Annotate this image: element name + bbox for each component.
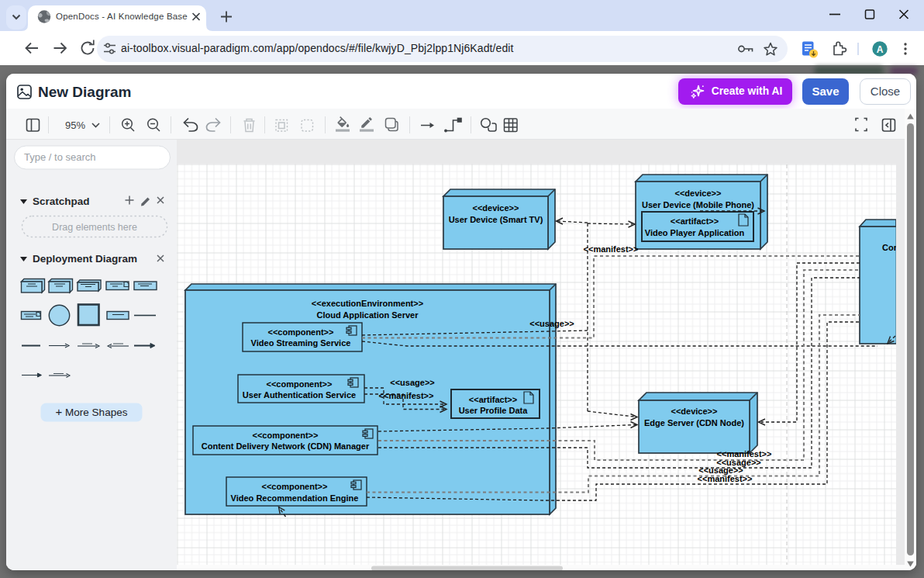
svg-text:Edge Server (CDN Node): Edge Server (CDN Node) [644,418,744,427]
svg-text:User Device (Mobile Phone): User Device (Mobile Phone) [642,200,754,209]
svg-text:<<manifest>>: <<manifest>> [584,244,639,254]
svg-text:Video Recommendation Engine: Video Recommendation Engine [231,493,359,503]
svg-text:<<component>>: <<component>> [267,379,333,389]
svg-text:Deployment Diagram: Deployment Diagram [33,253,137,265]
svg-text:<<device>>: <<device>> [675,189,722,198]
svg-text:<<artifact>>: <<artifact>> [469,395,517,404]
svg-text:Type / to search: Type / to search [24,151,96,163]
svg-text:User Profile Data: User Profile Data [459,406,529,415]
svg-text:<<usage>>: <<usage>> [390,378,435,387]
svg-text:<<device>>: <<device>> [671,407,718,416]
svg-text:A: A [877,44,884,55]
svg-text:<<device>>: <<device>> [473,203,519,213]
svg-text:+ More Shapes: + More Shapes [56,405,128,418]
svg-text:User Authentication Service: User Authentication Service [243,390,356,400]
svg-text:<<artifact>>: <<artifact>> [671,216,719,226]
svg-text:Scratchpad: Scratchpad [33,196,90,207]
svg-text:<<usage>>: <<usage>> [529,319,574,328]
svg-text:<<component>>: <<component>> [262,482,328,491]
svg-text:Content Delivery Network (CDN): Content Delivery Network (CDN) Manager [202,441,370,451]
svg-text:<<component>>: <<component>> [253,431,319,440]
svg-text:Drag elements here: Drag elements here [52,222,137,233]
svg-text:<<component>>: <<component>> [268,327,334,337]
svg-text:User Device (Smart TV): User Device (Smart TV) [449,215,543,224]
svg-text:Video Player Application: Video Player Application [645,228,745,237]
svg-text:<<manifest>>: <<manifest>> [698,474,753,483]
svg-text:95%: 95% [65,119,85,131]
svg-text:Cloud Application Server: Cloud Application Server [316,310,419,320]
svg-text:<<executionEnvironment>>: <<executionEnvironment>> [312,299,423,308]
svg-text:Video Streaming Service: Video Streaming Service [251,338,351,348]
svg-text:<<manifest>>: <<manifest>> [379,391,434,400]
